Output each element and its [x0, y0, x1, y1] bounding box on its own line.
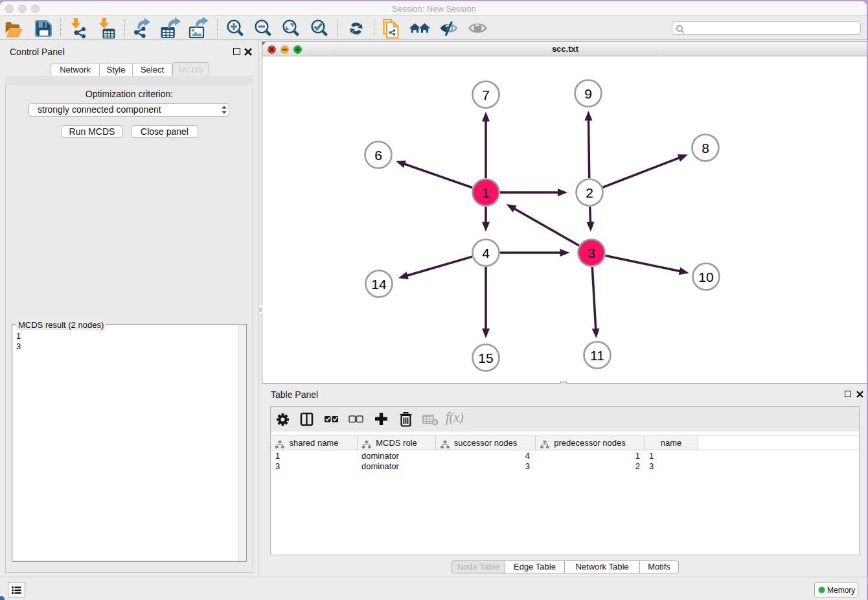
svg-text:2: 2	[586, 185, 593, 200]
svg-text:10: 10	[698, 270, 713, 284]
svg-text:3: 3	[588, 246, 595, 260]
svg-text:7: 7	[482, 87, 490, 102]
svg-text:9: 9	[584, 86, 592, 101]
svg-text:14: 14	[371, 277, 387, 292]
svg-text:8: 8	[702, 141, 709, 156]
svg-text:6: 6	[374, 148, 382, 163]
svg-text:15: 15	[478, 351, 493, 365]
svg-text:4: 4	[482, 246, 490, 260]
svg-text:11: 11	[590, 348, 604, 363]
svg-text:1: 1	[482, 185, 490, 200]
